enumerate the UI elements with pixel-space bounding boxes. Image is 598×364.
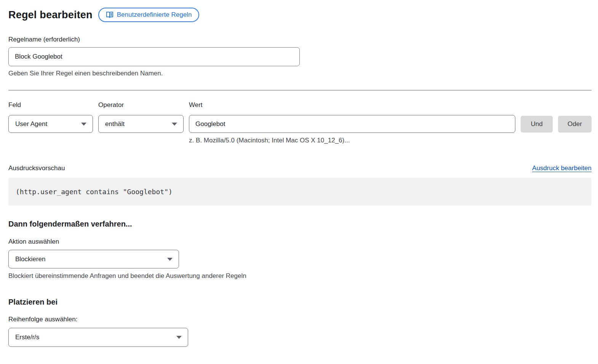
operator-label: Operator <box>98 101 184 109</box>
edit-expression-link[interactable]: Ausdruck bearbeiten <box>532 164 592 172</box>
field-label: Feld <box>8 101 93 109</box>
condition-row: Feld Operator Wert User Agent enthält Un… <box>8 101 592 144</box>
and-button[interactable]: Und <box>521 116 553 133</box>
action-select[interactable]: Blockieren <box>8 250 179 268</box>
operator-select-value: enthält <box>105 120 125 128</box>
open-book-icon <box>106 11 114 18</box>
chevron-down-icon <box>172 123 177 126</box>
custom-rules-badge-label: Benutzerdefinierte Regeln <box>117 11 192 19</box>
expression-code: (http.user_agent contains "Googlebot") <box>16 188 173 196</box>
rule-name-input[interactable] <box>8 47 300 66</box>
operator-select[interactable]: enthält <box>98 115 184 133</box>
order-select[interactable]: Erste/r/s <box>8 328 188 347</box>
value-input[interactable] <box>189 115 515 133</box>
section-divider <box>8 90 592 91</box>
chevron-down-icon <box>167 258 173 261</box>
action-help: Blockiert übereinstimmende Anfragen und … <box>8 272 592 280</box>
value-help: z. B. Mozilla/5.0 (Macintosh; Intel Mac … <box>189 137 515 144</box>
action-select-value: Blockieren <box>15 255 45 263</box>
or-button[interactable]: Oder <box>558 116 592 133</box>
action-section: Dann folgendermaßen verfahren... Aktion … <box>8 220 592 280</box>
placement-section: Platzieren bei Reihenfolge auswählen: Er… <box>8 298 592 347</box>
chevron-down-icon <box>81 123 86 126</box>
field-select-value: User Agent <box>15 120 47 128</box>
custom-rules-badge[interactable]: Benutzerdefinierte Regeln <box>98 8 200 22</box>
page-header: Regel bearbeiten Benutzerdefinierte Rege… <box>8 8 592 22</box>
expression-preview-label: Ausdrucksvorschau <box>8 164 65 172</box>
action-heading: Dann folgendermaßen verfahren... <box>8 220 592 228</box>
rule-name-help: Geben Sie Ihrer Regel einen beschreibend… <box>8 70 592 77</box>
chevron-down-icon <box>176 336 182 339</box>
order-select-value: Erste/r/s <box>15 334 39 341</box>
page-title: Regel bearbeiten <box>8 9 93 21</box>
rule-name-label: Regelname (erforderlich) <box>8 36 592 43</box>
expression-code-box: (http.user_agent contains "Googlebot") <box>8 178 592 206</box>
field-select[interactable]: User Agent <box>8 115 93 133</box>
placement-label: Reihenfolge auswählen: <box>8 316 592 323</box>
rule-edit-page: Regel bearbeiten Benutzerdefinierte Rege… <box>0 0 598 347</box>
action-label: Aktion auswählen <box>8 238 592 246</box>
placement-heading: Platzieren bei <box>8 298 592 307</box>
value-label: Wert <box>189 101 515 109</box>
rule-name-section: Regelname (erforderlich) Geben Sie Ihrer… <box>8 36 592 77</box>
expression-preview-header: Ausdrucksvorschau Ausdruck bearbeiten <box>8 164 592 172</box>
